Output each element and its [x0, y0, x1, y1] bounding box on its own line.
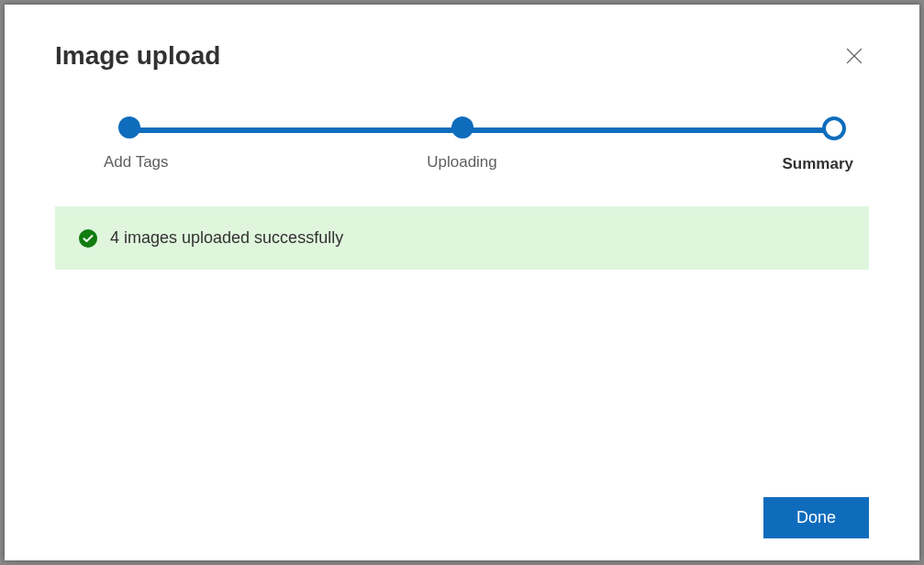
close-button[interactable] [840, 41, 869, 71]
image-upload-modal: Image upload Add Tags Uploading Summary [5, 5, 919, 560]
status-message: 4 images uploaded successfully [110, 228, 343, 248]
step-uploading: Uploading [398, 116, 527, 172]
stepper-steps: Add Tags Uploading Summary [71, 116, 853, 173]
success-check-icon [79, 229, 97, 248]
step-label: Uploading [427, 153, 497, 172]
step-dot-icon [822, 116, 846, 140]
step-label: Summary [783, 155, 853, 173]
modal-title: Image upload [55, 41, 220, 71]
step-dot-icon [118, 116, 140, 138]
step-add-tags: Add Tags [71, 116, 199, 172]
close-icon [846, 48, 863, 64]
success-banner: 4 images uploaded successfully [55, 206, 869, 270]
modal-header: Image upload [5, 5, 919, 89]
step-summary: Summary [725, 116, 853, 173]
done-button[interactable]: Done [763, 497, 869, 538]
modal-footer: Done [763, 497, 869, 538]
step-label: Add Tags [104, 153, 169, 172]
svg-point-2 [79, 229, 97, 248]
step-dot-icon [451, 116, 473, 138]
progress-stepper: Add Tags Uploading Summary [71, 116, 853, 181]
